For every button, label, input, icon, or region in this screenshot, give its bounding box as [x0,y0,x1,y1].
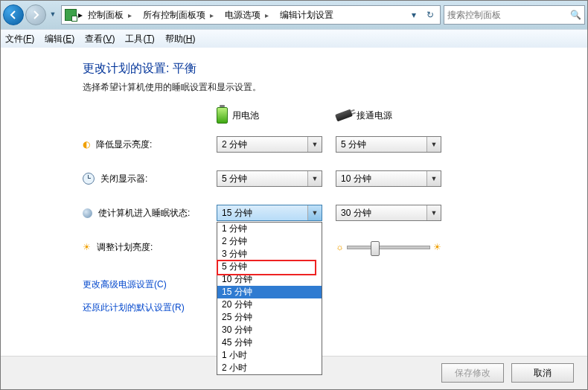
address-bar: ▼ ▸ 控制面板▸ 所有控制面板项▸ 电源选项▸ 编辑计划设置 ▾ ↻ 搜索控制… [3,4,585,26]
dropdown-option[interactable]: 30 分钟 [217,324,322,336]
brightness-ac-slider[interactable]: ☼ ☀ [336,242,441,252]
dropdown-option[interactable]: 45 分钟 [217,336,322,349]
row-sleep-label: 使计算机进入睡眠状态: [98,207,190,220]
menu-edit[interactable]: 编辑(E) [45,33,74,45]
sleep-battery-dropdown-list[interactable]: 1 分钟2 分钟3 分钟5 分钟10 分钟15 分钟20 分钟25 分钟30 分… [217,222,322,375]
dropdown-option[interactable]: 20 分钟 [217,298,322,311]
dropdown-option[interactable]: 2 分钟 [217,235,322,248]
monitor-off-icon [83,173,95,185]
plug-icon [335,109,353,122]
page-subtitle: 选择希望计算机使用的睡眠设置和显示设置。 [83,81,587,94]
sun-small-icon: ☼ [336,242,344,252]
dropdown-option[interactable]: 1 分钟 [217,223,322,235]
sleep-battery-combo[interactable]: 15 分钟 ▼ 1 分钟2 分钟3 分钟5 分钟10 分钟15 分钟20 分钟2… [217,205,322,221]
col-battery-label: 用电池 [232,109,259,122]
off-battery-combo[interactable]: 5 分钟▼ [217,170,322,187]
col-ac-label: 接通电源 [357,109,392,122]
search-icon: 🔍 [570,10,581,20]
row-off-label: 关闭显示器: [100,173,147,185]
dropdown-option[interactable]: 2 小时 [217,362,322,374]
dropdown-option[interactable]: 5 分钟 [217,260,322,273]
save-button[interactable]: 保存修改 [441,363,504,383]
breadcrumb-item[interactable]: 所有控制面板项▸ [138,6,220,24]
nav-history-dropdown[interactable]: ▼ [48,4,58,24]
sleep-icon [83,208,92,218]
chevron-down-icon: ▼ [426,137,441,152]
chevron-down-icon: ▼ [426,205,441,220]
menu-view[interactable]: 查看(V) [85,33,115,45]
row-bright-label: 调整计划亮度: [97,241,153,254]
control-panel-icon [65,9,77,21]
menu-bar: 文件(F) 编辑(E) 查看(V) 工具(T) 帮助(H) [1,29,587,48]
dropdown-option[interactable]: 3 分钟 [217,248,322,260]
brightness-icon: ☀ [83,242,91,252]
menu-file[interactable]: 文件(F) [5,33,34,45]
chevron-down-icon: ▼ [426,171,441,186]
menu-help[interactable]: 帮助(H) [165,33,196,45]
cancel-button[interactable]: 取消 [511,363,574,383]
breadcrumb-item[interactable]: 控制面板▸ [83,6,138,24]
forward-button[interactable] [25,4,46,25]
dropdown-option[interactable]: 10 分钟 [217,273,322,286]
restore-defaults-link[interactable]: 还原此计划的默认设置(R) [83,301,185,314]
off-ac-combo[interactable]: 10 分钟▼ [336,170,441,187]
dropdown-option[interactable]: 25 分钟 [217,311,322,324]
breadcrumb-item[interactable]: 编辑计划设置 [275,6,337,24]
chevron-down-icon: ▼ [307,205,322,220]
refresh-icon[interactable]: ↻ [422,10,438,20]
row-dim-label: 降低显示亮度: [96,138,152,151]
breadcrumb[interactable]: ▸ 控制面板▸ 所有控制面板项▸ 电源选项▸ 编辑计划设置 ▾ ↻ [61,5,441,25]
search-placeholder: 搜索控制面板 [447,9,501,22]
sleep-ac-combo[interactable]: 30 分钟▼ [336,205,441,221]
chevron-down-icon: ▼ [307,137,322,152]
dropdown-option[interactable]: 1 小时 [217,349,322,362]
chevron-down-icon: ▼ [307,171,322,186]
dim-icon: ◐ [83,139,90,150]
search-input[interactable]: 搜索控制面板 🔍 [444,5,585,25]
dropdown-icon[interactable]: ▾ [406,10,422,20]
dropdown-option[interactable]: 15 分钟 [217,286,322,298]
dim-ac-combo[interactable]: 5 分钟▼ [336,136,441,153]
dim-battery-combo[interactable]: 2 分钟▼ [217,136,322,153]
sun-large-icon: ☀ [433,242,441,252]
menu-tools[interactable]: 工具(T) [125,33,154,45]
advanced-settings-link[interactable]: 更改高级电源设置(C) [83,278,167,291]
page-title: 更改计划的设置: 平衡 [83,61,587,77]
back-button[interactable] [3,4,24,25]
breadcrumb-item[interactable]: 电源选项▸ [220,6,275,24]
battery-icon [217,107,228,124]
